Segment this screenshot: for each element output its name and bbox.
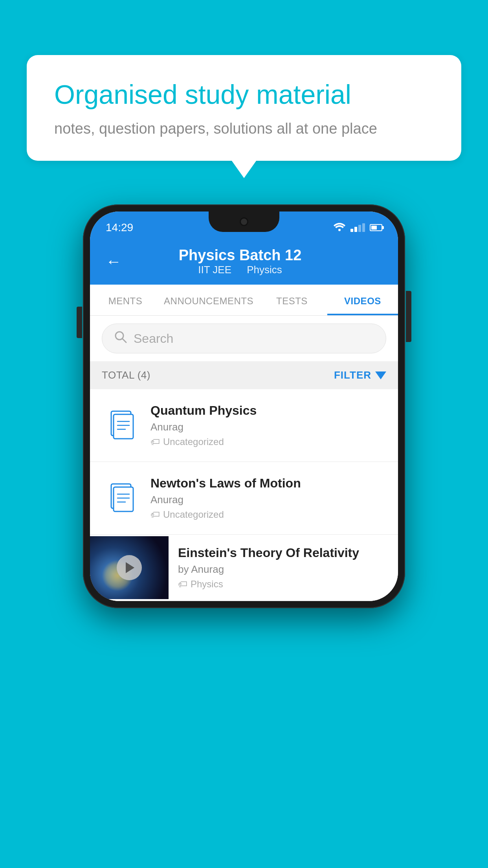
- filter-row: TOTAL (4) FILTER: [90, 361, 398, 389]
- tag-icon: 🏷: [178, 579, 187, 590]
- video-title: Einstein's Theory Of Relativity: [178, 546, 386, 560]
- filter-label: FILTER: [334, 369, 371, 381]
- speech-bubble-container: Organised study material notes, question…: [27, 55, 461, 161]
- signal-icon: [350, 223, 365, 232]
- search-bar[interactable]: Search: [102, 324, 386, 353]
- camera-cutout: [240, 217, 248, 226]
- search-container: Search: [90, 316, 398, 361]
- status-time: 14:29: [106, 217, 133, 234]
- phone-notch: [209, 211, 279, 232]
- svg-line-2: [122, 338, 126, 342]
- phone-outer: 14:29: [83, 204, 405, 608]
- phone-screen: 14:29: [90, 211, 398, 601]
- total-count: TOTAL (4): [102, 369, 150, 381]
- status-icons: [333, 218, 382, 233]
- header-subtitle: IIT JEE Physics: [133, 264, 347, 276]
- video-info: Quantum Physics Anurag 🏷 Uncategorized: [150, 403, 386, 447]
- header-subtitle-left: IIT JEE: [198, 264, 231, 276]
- svg-rect-9: [114, 487, 133, 511]
- video-tag: 🏷 Physics: [178, 579, 386, 590]
- tab-ments[interactable]: MENTS: [90, 285, 161, 315]
- video-tag: 🏷 Uncategorized: [150, 509, 386, 520]
- list-item[interactable]: Newton's Laws of Motion Anurag 🏷 Uncateg…: [90, 462, 398, 535]
- document-icon: [102, 481, 141, 515]
- video-author: by Anurag: [178, 563, 386, 576]
- tabs-bar: MENTS ANNOUNCEMENTS TESTS VIDEOS: [90, 285, 398, 316]
- tag-icon: 🏷: [150, 509, 160, 520]
- document-icon: [102, 408, 141, 443]
- tag-label: Physics: [191, 579, 223, 590]
- video-title: Newton's Laws of Motion: [150, 476, 386, 491]
- video-thumbnail: [90, 536, 169, 599]
- play-button[interactable]: [117, 555, 142, 580]
- video-title: Quantum Physics: [150, 403, 386, 418]
- wifi-icon: [333, 222, 346, 233]
- video-author: Anurag: [150, 494, 386, 506]
- tag-label: Uncategorized: [163, 509, 224, 520]
- play-icon: [126, 562, 134, 573]
- speech-bubble-subtitle: notes, question papers, solutions all at…: [54, 120, 434, 137]
- app-header: ← Physics Batch 12 IIT JEE Physics: [90, 240, 398, 285]
- tab-videos[interactable]: VIDEOS: [327, 285, 398, 315]
- speech-bubble: Organised study material notes, question…: [27, 55, 461, 161]
- speech-bubble-title: Organised study material: [54, 79, 434, 111]
- video-author: Anurag: [150, 421, 386, 433]
- phone-container: 14:29: [83, 204, 405, 608]
- filter-icon: [375, 371, 386, 379]
- tag-icon: 🏷: [150, 436, 160, 447]
- search-placeholder: Search: [134, 331, 374, 346]
- battery-icon: [370, 224, 382, 231]
- tab-announcements[interactable]: ANNOUNCEMENTS: [161, 285, 257, 315]
- tab-tests[interactable]: TESTS: [257, 285, 327, 315]
- video-info: Einstein's Theory Of Relativity by Anura…: [178, 535, 386, 601]
- header-subtitle-right: Physics: [247, 264, 282, 276]
- svg-point-0: [338, 229, 341, 231]
- list-item[interactable]: Einstein's Theory Of Relativity by Anura…: [90, 535, 398, 601]
- back-button[interactable]: ←: [106, 253, 121, 270]
- video-list: Quantum Physics Anurag 🏷 Uncategorized: [90, 389, 398, 601]
- search-icon: [114, 330, 127, 347]
- filter-button[interactable]: FILTER: [334, 369, 386, 381]
- svg-rect-4: [114, 414, 133, 439]
- header-title: Physics Batch 12: [133, 247, 347, 264]
- header-title-group: Physics Batch 12 IIT JEE Physics: [133, 247, 347, 276]
- video-info: Newton's Laws of Motion Anurag 🏷 Uncateg…: [150, 476, 386, 520]
- tag-label: Uncategorized: [163, 436, 224, 447]
- video-tag: 🏷 Uncategorized: [150, 436, 386, 447]
- list-item[interactable]: Quantum Physics Anurag 🏷 Uncategorized: [90, 389, 398, 462]
